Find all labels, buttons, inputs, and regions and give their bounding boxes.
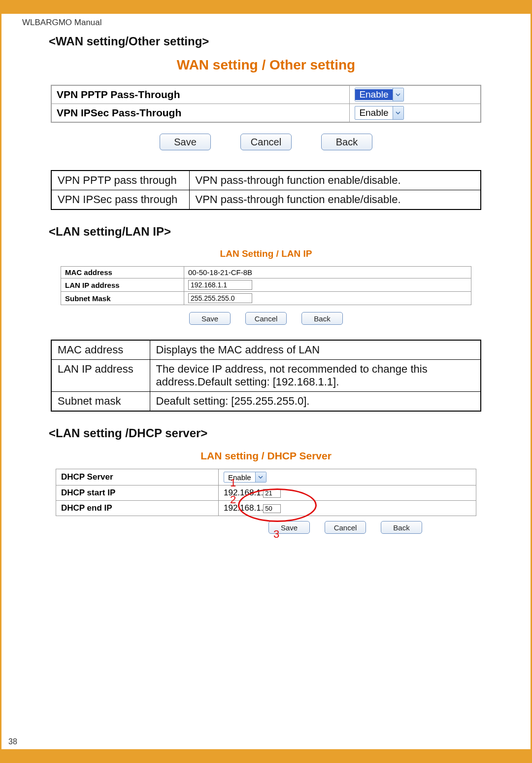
annotation-3: 3: [273, 528, 279, 541]
desc-val: Displays the MAC address of LAN: [150, 340, 481, 360]
chevron-down-icon: [393, 88, 403, 101]
desc-val: The device IP address, not recommended t…: [150, 360, 481, 392]
lan-row-label: LAN IP address: [61, 278, 184, 292]
cancel-button[interactable]: Cancel: [240, 134, 292, 150]
wan-button-row: Save Cancel Back: [51, 134, 481, 150]
annotation-1: 1: [230, 477, 236, 489]
wan-description-table: VPN PPTP pass throughVPN pass-through fu…: [51, 170, 481, 210]
lan-row-label: Subnet Mask: [61, 292, 184, 305]
back-button[interactable]: Back: [321, 134, 372, 150]
lan-row-value: 00-50-18-21-CF-8B: [184, 267, 471, 278]
wan-row-label: VPN PPTP Pass-Through: [51, 85, 350, 104]
wan-shot-title: WAN setting / Other setting: [51, 57, 481, 73]
lanip-shot-title: LAN Setting / LAN IP: [61, 248, 471, 259]
lan-row-label: MAC address: [61, 267, 184, 278]
save-button[interactable]: Save: [160, 134, 211, 150]
wan-settings-table: VPN PPTP Pass-Through Enable VPN IPSec P…: [51, 85, 481, 123]
vpn-ipsec-select[interactable]: Enable: [355, 106, 403, 120]
dhcp-end-ip-input[interactable]: 50: [263, 504, 281, 513]
select-value: Enable: [224, 473, 255, 482]
select-value: Enable: [355, 89, 392, 100]
vpn-pptp-select[interactable]: Enable: [355, 88, 403, 102]
section-title-wan: <WAN setting/Other setting>: [49, 35, 511, 48]
dhcp-row-value-cell: Enable: [219, 469, 476, 486]
chevron-down-icon: [393, 106, 403, 119]
desc-val: VPN pass-through function enable/disable…: [189, 171, 481, 190]
cancel-button[interactable]: Cancel: [325, 521, 366, 534]
desc-val: VPN pass-through function enable/disable…: [189, 190, 481, 210]
desc-key: LAN IP address: [51, 360, 150, 392]
dhcp-button-row: Save Cancel Back: [56, 521, 476, 534]
subnet-mask-input[interactable]: 255.255.255.0: [188, 293, 252, 303]
dhcp-screenshot: LAN setting / DHCP Server DHCP Server En…: [56, 450, 476, 534]
lanip-table: MAC address 00-50-18-21-CF-8B LAN IP add…: [61, 266, 471, 305]
desc-val: Deafult setting: [255.255.255.0].: [150, 392, 481, 412]
dhcp-row-value-cell: 192.168.1.21: [219, 486, 476, 501]
dhcp-row-label: DHCP Server: [56, 469, 219, 486]
section-title-lanip: <LAN setting/LAN IP>: [49, 225, 511, 239]
wan-row-value-cell: Enable: [350, 85, 481, 104]
dhcp-row-label: DHCP start IP: [56, 486, 219, 501]
chevron-down-icon: [255, 472, 266, 482]
wan-row-label: VPN IPSec Pass-Through: [51, 104, 350, 123]
desc-key: VPN PPTP pass through: [51, 171, 189, 190]
annotation-2: 2: [230, 493, 236, 506]
select-value: Enable: [355, 107, 392, 118]
back-button[interactable]: Back: [301, 312, 343, 325]
wan-row-value-cell: Enable: [350, 104, 481, 123]
save-button[interactable]: Save: [189, 312, 231, 325]
lanip-button-row: Save Cancel Back: [61, 312, 471, 325]
lan-row-value-cell: 255.255.255.0: [184, 292, 471, 305]
back-button[interactable]: Back: [381, 521, 422, 534]
dhcp-row-label: DHCP end IP: [56, 501, 219, 516]
lan-ip-input[interactable]: 192.168.1.1: [188, 280, 252, 290]
dhcp-start-ip-input[interactable]: 21: [263, 489, 281, 498]
desc-key: MAC address: [51, 340, 150, 360]
desc-key: VPN IPSec pass through: [51, 190, 189, 210]
lan-row-value-cell: 192.168.1.1: [184, 278, 471, 292]
desc-key: Subnet mask: [51, 392, 150, 412]
section-title-dhcp: <LAN setting /DHCP server>: [49, 426, 511, 440]
manual-header: WLBARGMO Manual: [22, 18, 511, 28]
dhcp-row-value-cell: 192.168.1.50: [219, 501, 476, 516]
wan-screenshot: WAN setting / Other setting VPN PPTP Pas…: [51, 57, 481, 150]
dhcp-shot-title: LAN setting / DHCP Server: [56, 450, 476, 462]
page-number: 38: [8, 737, 17, 746]
cancel-button[interactable]: Cancel: [245, 312, 287, 325]
lanip-description-table: MAC addressDisplays the MAC address of L…: [51, 340, 481, 412]
dhcp-table: DHCP Server Enable DHCP start IP 192.168…: [56, 469, 476, 516]
lanip-screenshot: LAN Setting / LAN IP MAC address 00-50-1…: [61, 248, 471, 325]
